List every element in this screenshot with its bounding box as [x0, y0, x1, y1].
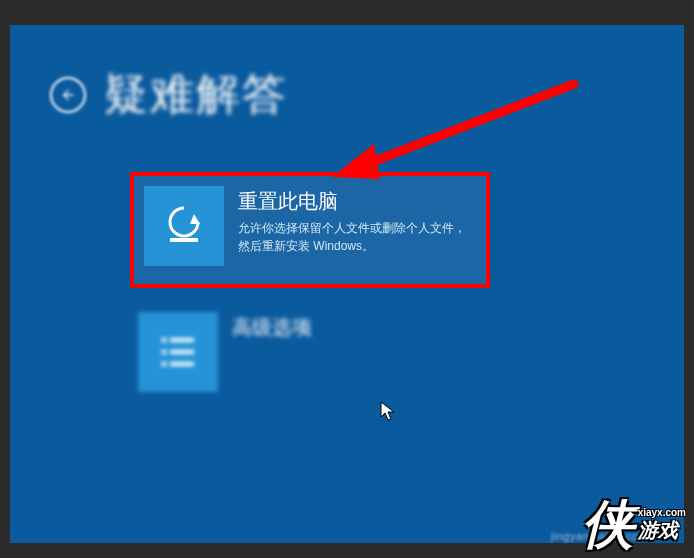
options-list: 重置此电脑 允许你选择保留个人文件或删除个人文件，然后重新安装 Windows。: [130, 172, 684, 400]
tile-text: 高级选项: [232, 312, 482, 345]
tile-reset-pc[interactable]: 重置此电脑 允许你选择保留个人文件或删除个人文件，然后重新安装 Windows。: [130, 172, 490, 288]
svg-marker-0: [190, 214, 200, 224]
winre-troubleshoot-screen: 疑难解答 重置此电脑 允许你选择保留个人文件或删除个人文件，然后重新安装 Win…: [10, 25, 684, 543]
tile-title: 高级选项: [232, 314, 482, 341]
advanced-options-icon: [138, 312, 218, 392]
svg-rect-7: [170, 362, 194, 366]
tile-advanced-options[interactable]: 高级选项: [130, 304, 490, 400]
reset-icon: [144, 186, 224, 266]
logo-url: xiayx.com: [638, 508, 686, 518]
cursor-icon: [380, 401, 396, 423]
tile-title: 重置此电脑: [238, 188, 474, 215]
logo-sub: 游戏: [638, 520, 686, 540]
svg-rect-1: [170, 238, 198, 242]
logo-main-char: 侠: [582, 498, 634, 550]
back-button[interactable]: [50, 77, 86, 113]
svg-rect-3: [170, 338, 194, 342]
svg-rect-5: [170, 350, 194, 354]
tile-desc: 允许你选择保留个人文件或删除个人文件，然后重新安装 Windows。: [238, 219, 474, 255]
site-logo: 侠 xiayx.com 游戏: [582, 498, 686, 550]
header: 疑难解答: [10, 25, 684, 124]
tile-text: 重置此电脑 允许你选择保留个人文件或删除个人文件，然后重新安装 Windows。: [238, 186, 474, 255]
page-title: 疑难解答: [104, 65, 288, 124]
svg-point-2: [162, 338, 167, 343]
svg-point-6: [162, 362, 167, 367]
svg-point-4: [162, 350, 167, 355]
back-arrow-icon: [60, 87, 76, 103]
